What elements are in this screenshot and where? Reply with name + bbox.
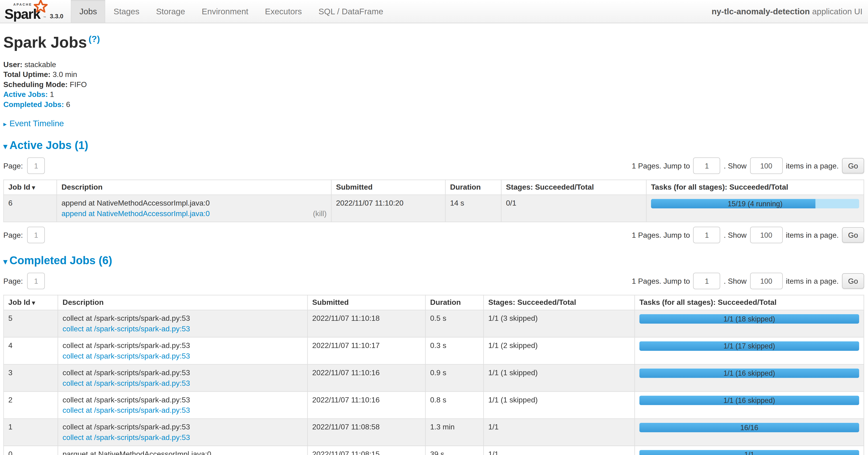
chevron-down-icon: ▾ [3, 257, 7, 266]
job-description: parquet at NativeMethodAccessorImpl.java… [63, 449, 303, 455]
job-detail-link[interactable]: collect at /spark-scripts/spark-ad.py:53 [63, 433, 190, 442]
show-items-input[interactable] [750, 158, 782, 174]
nav-tabs: Jobs Stages Storage Environment Executor… [71, 0, 392, 23]
col-submitted[interactable]: Submitted [308, 295, 426, 310]
jump-to-input[interactable] [693, 273, 720, 289]
col-stages[interactable]: Stages: Succeeded/Total [501, 180, 646, 195]
kill-job-link[interactable]: (kill) [313, 209, 327, 218]
col-duration[interactable]: Duration [445, 180, 501, 195]
tab-storage[interactable]: Storage [148, 0, 193, 23]
go-button[interactable]: Go [842, 227, 864, 243]
col-job-id[interactable]: Job Id▾ [3, 180, 57, 195]
completed-jobs-link[interactable]: Completed Jobs: [3, 100, 64, 108]
submitted-cell: 2022/11/07 11:10:18 [308, 310, 426, 337]
summary-completed-jobs: Completed Jobs: 6 [3, 100, 864, 110]
page-label: Page: [3, 162, 23, 170]
pagination-active-bottom: Page: 1 Pages. Jump to . Show items in a… [3, 227, 864, 243]
tab-stages[interactable]: Stages [105, 0, 148, 23]
job-detail-link[interactable]: collect at /spark-scripts/spark-ad.py:53 [63, 406, 190, 415]
description-cell: parquet at NativeMethodAccessorImpl.java… [58, 446, 308, 455]
show-items-input[interactable] [750, 227, 782, 243]
job-detail-link[interactable]: collect at /spark-scripts/spark-ad.py:53 [63, 324, 190, 334]
tab-jobs[interactable]: Jobs [71, 0, 105, 23]
submitted-cell: 2022/11/07 11:10:20 [331, 195, 445, 222]
stages-cell: 1/1 (1 skipped) [484, 391, 635, 419]
tasks-cell: 1/1 (16 skipped) [635, 391, 864, 419]
job-detail-link[interactable]: collect at /spark-scripts/spark-ad.py:53 [63, 351, 190, 361]
duration-cell: 1.3 min [426, 419, 484, 446]
completed-job-row: 3 collect at /spark-scripts/spark-ad.py:… [3, 364, 864, 392]
scheduling-mode-label: Scheduling Mode: [3, 80, 68, 88]
job-id-cell: 4 [3, 337, 58, 364]
tab-sql-dataframe[interactable]: SQL / DataFrame [310, 0, 392, 23]
description-cell: collect at /spark-scripts/spark-ad.py:53… [58, 364, 308, 392]
job-description: collect at /spark-scripts/spark-ad.py:53 [63, 341, 303, 350]
job-id-cell: 6 [3, 195, 57, 222]
job-description: collect at /spark-scripts/spark-ad.py:53 [63, 395, 303, 404]
jump-to-input[interactable] [693, 158, 720, 174]
duration-cell: 0.8 s [426, 391, 484, 419]
pagination-controls: 1 Pages. Jump to . Show items in a page.… [632, 158, 864, 174]
page-input[interactable] [27, 273, 45, 289]
duration-cell: 14 s [445, 195, 501, 222]
duration-cell: 0.5 s [426, 310, 484, 337]
stages-cell: 1/1 [484, 446, 635, 455]
spark-version: 3.3.0 [50, 13, 64, 21]
job-description: append at NativeMethodAccessorImpl.java:… [61, 198, 327, 208]
go-button[interactable]: Go [842, 273, 864, 289]
stages-cell: 0/1 [501, 195, 646, 222]
active-jobs-count: 1 [50, 90, 54, 98]
page-title: Spark Jobs(?) [3, 34, 864, 52]
active-jobs-heading[interactable]: ▾Active Jobs (1) [3, 139, 864, 152]
col-job-id[interactable]: Job Id▾ [3, 295, 58, 310]
col-stages[interactable]: Stages: Succeeded/Total [484, 295, 635, 310]
active-jobs-link[interactable]: Active Jobs: [3, 90, 48, 98]
help-link[interactable]: (?) [89, 34, 100, 44]
sort-desc-icon: ▾ [32, 184, 35, 191]
event-timeline-toggle[interactable]: ▸Event Timeline [3, 118, 864, 128]
tab-executors[interactable]: Executors [257, 0, 310, 23]
completed-job-row: 0 parquet at NativeMethodAccessorImpl.ja… [3, 446, 864, 455]
tasks-cell: 1/1 (17 skipped) [635, 337, 864, 364]
completed-jobs-heading[interactable]: ▾Completed Jobs (6) [3, 254, 864, 267]
task-progress-bar: 1/1 [640, 450, 859, 455]
go-button[interactable]: Go [842, 158, 864, 173]
pages-jump-label: 1 Pages. Jump to [632, 231, 690, 239]
col-description[interactable]: Description [57, 180, 331, 195]
duration-cell: 0.9 s [426, 364, 484, 392]
tasks-cell: 16/16 [635, 419, 864, 446]
description-cell: collect at /spark-scripts/spark-ad.py:53… [58, 391, 308, 419]
col-description[interactable]: Description [58, 295, 308, 310]
col-duration[interactable]: Duration [426, 295, 484, 310]
page-input[interactable] [27, 158, 45, 174]
event-timeline-label: Event Timeline [9, 118, 64, 128]
jump-to-input[interactable] [693, 227, 720, 243]
summary-uptime: Total Uptime: 3.0 min [3, 70, 864, 80]
job-detail-link[interactable]: append at NativeMethodAccessorImpl.java:… [61, 209, 210, 218]
completed-jobs-table: Job Id▾ Description Submitted Duration S… [3, 295, 864, 455]
show-items-input[interactable] [750, 273, 782, 289]
items-per-page-label: items in a page. [786, 162, 839, 170]
job-description: collect at /spark-scripts/spark-ad.py:53 [63, 314, 303, 323]
duration-cell: 39 s [426, 446, 484, 455]
job-description: collect at /spark-scripts/spark-ad.py:53 [63, 422, 303, 432]
show-label: . Show [724, 277, 747, 285]
col-tasks[interactable]: Tasks (for all stages): Succeeded/Total [646, 180, 864, 195]
tab-environment[interactable]: Environment [193, 0, 257, 23]
user-label: User: [3, 60, 23, 68]
pagination-active-top: Page: 1 Pages. Jump to . Show items in a… [3, 158, 864, 174]
page-title-text: Spark Jobs [3, 34, 87, 51]
progress-label: 1/1 (18 skipped) [640, 314, 859, 323]
task-progress-bar: 1/1 (17 skipped) [640, 341, 859, 351]
task-progress-bar: 15/19 (4 running) [651, 199, 859, 208]
spark-ui-page: APACHE Spark ™ 3.3.0 Jobs Stages Storage… [0, 0, 868, 455]
progress-label: 15/19 (4 running) [651, 199, 859, 208]
col-submitted[interactable]: Submitted [331, 180, 445, 195]
page-input[interactable] [27, 227, 45, 243]
spark-logo[interactable]: APACHE Spark ™ 3.3.0 [0, 0, 67, 23]
pagination-completed-top: Page: 1 Pages. Jump to . Show items in a… [3, 273, 864, 289]
col-tasks[interactable]: Tasks (for all stages): Succeeded/Total [635, 295, 864, 310]
job-description: collect at /spark-scripts/spark-ad.py:53 [63, 368, 303, 377]
active-job-row: 6 append at NativeMethodAccessorImpl.jav… [3, 195, 864, 222]
job-detail-link[interactable]: collect at /spark-scripts/spark-ad.py:53 [63, 378, 190, 388]
